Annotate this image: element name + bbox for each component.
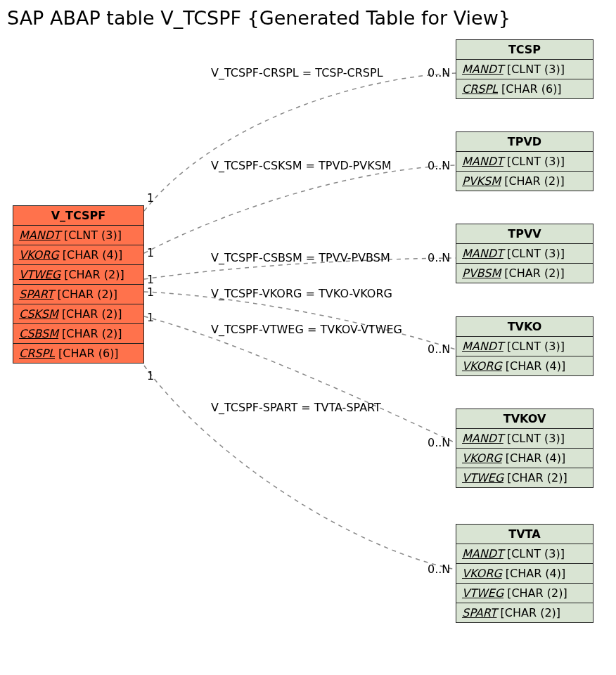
field-row: PVKSM [CHAR (2)]: [456, 172, 593, 191]
field-row: MANDT [CLNT (3)]: [456, 544, 593, 564]
cardinality-right: 0..N: [428, 159, 450, 172]
cardinality-right: 0..N: [428, 562, 450, 576]
field-row: PVBSM [CHAR (2)]: [456, 264, 593, 283]
cardinality-left: 1: [147, 369, 154, 382]
field-row: SPART [CHAR (2)]: [13, 285, 143, 304]
field-row: CRSPL [CHAR (6)]: [13, 344, 143, 363]
cardinality-right: 0..N: [428, 66, 450, 79]
cardinality-right: 0..N: [428, 436, 450, 449]
field-row: SPART [CHAR (2)]: [456, 603, 593, 622]
field-row: MANDT [CLNT (3)]: [456, 152, 593, 172]
cardinality-right: 0..N: [428, 251, 450, 264]
entity-header: TVKO: [456, 317, 593, 337]
entity-tpvv: TPVV MANDT [CLNT (3)] PVBSM [CHAR (2)]: [456, 224, 593, 283]
entity-tvkov: TVKOV MANDT [CLNT (3)] VKORG [CHAR (4)] …: [456, 409, 593, 488]
entity-header: TVTA: [456, 525, 593, 544]
cardinality-left: 1: [147, 273, 154, 286]
cardinality-left: 1: [147, 285, 154, 299]
field-row: CSKSM [CHAR (2)]: [13, 304, 143, 324]
relation-label: V_TCSPF-SPART = TVTA-SPART: [211, 401, 381, 414]
field-row: MANDT [CLNT (3)]: [13, 226, 143, 245]
entity-tpvd: TPVD MANDT [CLNT (3)] PVKSM [CHAR (2)]: [456, 131, 593, 191]
entity-header: V_TCSPF: [13, 206, 143, 226]
field-row: CRSPL [CHAR (6)]: [456, 79, 593, 98]
entity-tvta: TVTA MANDT [CLNT (3)] VKORG [CHAR (4)] V…: [456, 524, 593, 623]
relation-label: V_TCSPF-VKORG = TVKO-VKORG: [211, 287, 392, 300]
cardinality-left: 1: [147, 191, 154, 205]
relation-label: V_TCSPF-VTWEG = TVKOV-VTWEG: [211, 323, 402, 336]
entity-tcsp: TCSP MANDT [CLNT (3)] CRSPL [CHAR (6)]: [456, 39, 593, 99]
field-row: VKORG [CHAR (4)]: [456, 356, 593, 375]
entity-header: TPVD: [456, 132, 593, 152]
field-row: MANDT [CLNT (3)]: [456, 337, 593, 356]
cardinality-right: 0..N: [428, 342, 450, 356]
field-row: MANDT [CLNT (3)]: [456, 244, 593, 264]
diagram-title: SAP ABAP table V_TCSPF {Generated Table …: [7, 7, 511, 29]
field-row: MANDT [CLNT (3)]: [456, 429, 593, 449]
entity-tvko: TVKO MANDT [CLNT (3)] VKORG [CHAR (4)]: [456, 316, 593, 376]
cardinality-left: 1: [147, 246, 154, 259]
field-row: MANDT [CLNT (3)]: [456, 60, 593, 79]
entity-header: TVKOV: [456, 409, 593, 429]
field-row: VTWEG [CHAR (2)]: [456, 468, 593, 487]
relation-label: V_TCSPF-CRSPL = TCSP-CRSPL: [211, 66, 383, 79]
field-row: VKORG [CHAR (4)]: [456, 564, 593, 584]
entity-header: TCSP: [456, 40, 593, 60]
field-row: VKORG [CHAR (4)]: [13, 245, 143, 265]
field-row: VTWEG [CHAR (2)]: [13, 265, 143, 285]
cardinality-left: 1: [147, 311, 154, 324]
entity-v-tcspf: V_TCSPF MANDT [CLNT (3)] VKORG [CHAR (4)…: [13, 205, 144, 364]
entity-header: TPVV: [456, 224, 593, 244]
field-row: CSBSM [CHAR (2)]: [13, 324, 143, 344]
relation-label: V_TCSPF-CSKSM = TPVD-PVKSM: [211, 159, 392, 172]
field-row: VTWEG [CHAR (2)]: [456, 584, 593, 603]
field-row: VKORG [CHAR (4)]: [456, 449, 593, 468]
relation-label: V_TCSPF-CSBSM = TPVV-PVBSM: [211, 251, 390, 264]
